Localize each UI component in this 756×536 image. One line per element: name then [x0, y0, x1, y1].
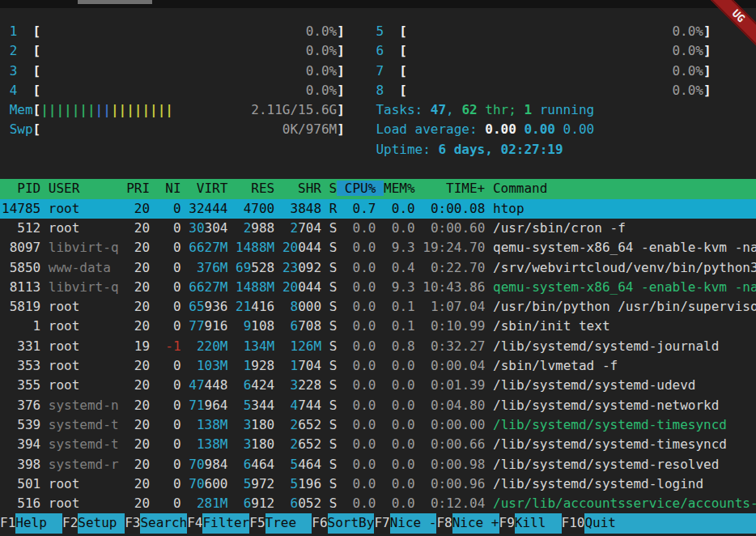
cell-shr: 052	[298, 496, 321, 511]
process-row-1[interactable]: 1 root 20 0 77916 9108 6708 S 0.0 0.1 0:…	[2, 317, 756, 336]
process-row-353[interactable]: 353 root 20 0 103M 1928 1704 S 0.0 0.0 0…	[2, 356, 756, 376]
cell-res: 9	[236, 318, 251, 334]
fkey-F7[interactable]: F7	[374, 513, 389, 533]
cell-mem: 0.0	[384, 457, 415, 472]
cell-cpu: 0.0	[345, 279, 376, 295]
column-CPU%[interactable]: CPU%	[337, 181, 384, 196]
process-row-398[interactable]: 398 systemd-r 20 0 70984 6464 5464 S 0.0…	[2, 455, 756, 474]
cell-state: S	[329, 358, 338, 373]
cell-shr: 23	[282, 260, 298, 275]
cell-state: S	[329, 318, 338, 334]
faction-F3[interactable]: Search	[140, 513, 187, 533]
cell-virt: 103M	[189, 358, 227, 373]
cell-cpu: 0.0	[345, 377, 376, 393]
column-NI[interactable]: NI	[158, 181, 189, 196]
process-row-376[interactable]: 376 systemd-n 20 0 71964 5344 4744 S 0.0…	[2, 396, 756, 415]
faction-F6[interactable]: SortBy	[328, 513, 375, 533]
faction-F4[interactable]: Filter	[202, 513, 249, 533]
cell-virt: 220M	[189, 338, 227, 354]
cell-user: systemd-r	[49, 457, 119, 472]
cell-user: root	[49, 220, 119, 236]
cell-pid: 8097	[2, 240, 40, 255]
cell-command: /lib/systemd/systemd-timesyncd	[493, 417, 727, 432]
cell-res: 180	[251, 436, 274, 452]
fkey-F10[interactable]: F10	[562, 513, 585, 533]
column-SHR[interactable]: SHR	[282, 181, 329, 196]
column-PRI[interactable]: PRI	[126, 181, 158, 196]
meter-close-bracket: ]	[337, 102, 345, 117]
cell-shr: 092	[298, 260, 321, 275]
column-RES[interactable]: RES	[236, 181, 282, 196]
process-row-539[interactable]: 539 systemd-t 20 0 138M 3180 2652 S 0.0 …	[2, 415, 756, 435]
column-TIME+[interactable]: TIME+	[423, 181, 493, 196]
process-row-5850[interactable]: 5850 www-data 20 0 376M 69528 23092 S 0.…	[2, 258, 756, 278]
cell-pri: 20	[126, 220, 150, 236]
cell-ni: 0	[158, 436, 181, 452]
cpu-meter-row-4: 4 [ 0.0%] 8 [ 0.0%]	[2, 81, 756, 100]
cell-shr: 8	[282, 299, 298, 314]
fkey-F6[interactable]: F6	[312, 513, 327, 533]
cell-virt: 304	[205, 220, 228, 236]
cell-cpu: 0.0	[345, 338, 376, 354]
process-table-header[interactable]: PID USER PRI NI VIRT RES SHR S CPU% MEM%…	[0, 179, 756, 198]
fkey-F1[interactable]: F1	[0, 513, 15, 533]
fkey-F9[interactable]: F9	[499, 513, 515, 533]
cell-command: /usr/sbin/cron -f	[493, 220, 626, 236]
terminal-screen: UG 1 [ 0.0%] 5 [ 0.0%] 2 [ 0.0%] 6 [ 0.0…	[0, 0, 756, 536]
faction-F1[interactable]: Help	[15, 513, 62, 533]
process-row-8113[interactable]: 8113 libvirt-q 20 0 6627M 1488M 20044 S …	[2, 278, 756, 297]
fkey-F2[interactable]: F2	[62, 513, 78, 533]
cell-res: 424	[251, 377, 274, 393]
cell-time: 0:00.08	[423, 201, 485, 216]
process-row-8097[interactable]: 8097 libvirt-q 20 0 6627M 1488M 20044 S …	[2, 238, 756, 257]
cell-time: 0:22.70	[423, 260, 485, 275]
process-row-394[interactable]: 394 systemd-t 20 0 138M 3180 2652 S 0.0 …	[2, 435, 756, 454]
fkey-F4[interactable]: F4	[187, 513, 202, 533]
process-row-512[interactable]: 512 root 20 0 30304 2988 2704 S 0.0 0.0 …	[2, 219, 756, 238]
cell-mem: 0.0	[384, 476, 415, 491]
cell-pri: 20	[126, 476, 150, 491]
function-key-bar: F1Help F2Setup F3SearchF4FilterF5Tree F6…	[0, 513, 756, 533]
cell-shr: 2	[282, 436, 298, 452]
process-row-501[interactable]: 501 root 20 0 70600 5972 5196 S 0.0 0.0 …	[2, 474, 756, 494]
cell-pid: 394	[2, 436, 40, 452]
cell-mem: 0.4	[384, 260, 415, 275]
process-row-355[interactable]: 355 root 20 0 47448 6424 3228 S 0.0 0.0 …	[2, 376, 756, 395]
cell-mem: 0.0	[384, 201, 415, 216]
fkey-F5[interactable]: F5	[249, 513, 265, 533]
cell-pid: 501	[2, 476, 40, 491]
process-row-5819[interactable]: 5819 root 20 0 65936 21416 8000 S 0.0 0.…	[2, 297, 756, 317]
faction-F10[interactable]: Quit	[584, 513, 756, 533]
cpu-meter-value: 0.0%	[306, 83, 338, 98]
cell-virt: 448	[205, 377, 228, 393]
cell-user: root	[49, 318, 119, 334]
cell-virt: 6627M	[189, 240, 227, 255]
cell-pri: 20	[126, 358, 150, 373]
cpu-meter-label: 8	[376, 83, 399, 98]
cell-res: 988	[251, 220, 274, 236]
column-Command[interactable]: Command	[493, 181, 547, 196]
column-MEM%[interactable]: MEM%	[384, 181, 423, 196]
meter-close-bracket: ]	[703, 63, 711, 79]
column-VIRT[interactable]: VIRT	[189, 181, 236, 196]
faction-F8[interactable]: Nice +	[452, 513, 499, 533]
cell-ni: 0	[158, 398, 181, 413]
process-row-516[interactable]: 516 root 20 0 281M 6912 6052 S 0.0 0.0 0…	[2, 494, 756, 513]
cell-state: S	[329, 496, 338, 511]
faction-F9[interactable]: Kill	[515, 513, 562, 533]
cell-pri: 20	[126, 299, 150, 314]
cell-ni: 0	[158, 240, 181, 255]
cell-pid: 353	[2, 358, 40, 373]
cell-res: 928	[251, 358, 274, 373]
faction-F5[interactable]: Tree	[265, 513, 312, 533]
column-PID[interactable]: PID	[2, 181, 49, 196]
faction-F2[interactable]: Setup	[78, 513, 125, 533]
column-S[interactable]: S	[329, 181, 338, 196]
process-row-331[interactable]: 331 root 19 -1 220M 134M 126M S 0.0 0.8 …	[2, 337, 756, 356]
faction-F7[interactable]: Nice -	[390, 513, 437, 533]
fkey-F3[interactable]: F3	[125, 513, 140, 533]
process-row-14785[interactable]: 14785 root 20 0 32444 4700 3848 R 0.7 0.…	[0, 199, 756, 219]
cell-shr: 1	[282, 358, 298, 373]
fkey-F8[interactable]: F8	[436, 513, 452, 533]
column-USER[interactable]: USER	[49, 181, 126, 196]
